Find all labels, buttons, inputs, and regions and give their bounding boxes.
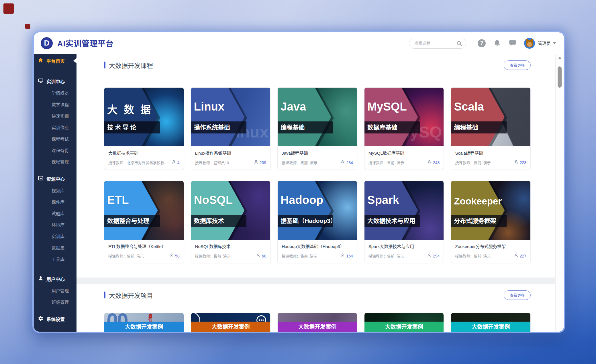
course-image-subtitle: 据基础（Hadoop3） (278, 215, 333, 227)
course-card[interactable]: MySQ MySQL 数据库基础 MySQL数据库基础 授课教师：售前_演示 2… (364, 87, 444, 170)
desktop-red-tile (3, 3, 14, 14)
sidebar-item[interactable]: 用户管理 (34, 285, 77, 297)
sidebar-section-3[interactable]: 用户中心 (34, 273, 77, 285)
user-name[interactable]: 管理员 (538, 40, 551, 46)
bell-icon[interactable] (493, 39, 501, 47)
avatar[interactable] (524, 38, 535, 49)
scrollbar[interactable] (555, 54, 564, 332)
course-name: Hadoop大数据基础（Hadoop3） (282, 243, 353, 249)
arrow-shape (451, 181, 505, 240)
project-card[interactable]: 大数据开发案例 (364, 313, 444, 332)
project-banner: 大数据开发案例 (278, 322, 357, 332)
arrow-shape (278, 88, 331, 146)
course-card[interactable]: inux Linux 操作系统基础 Linux操作系统基础 授课教师：管理员10… (191, 87, 271, 170)
sidebar-item[interactable]: 课程考试 (34, 133, 77, 145)
course-card[interactable]: Hadoop 据基础（Hadoop3） Hadoop大数据基础（Hadoop3）… (277, 181, 357, 263)
person-count-icon (256, 253, 261, 259)
project-card[interactable]: 大数据开发案例 (277, 313, 357, 332)
sidebar-item[interactable]: 学情概览 (34, 88, 77, 99)
scrollbar-up-arrow[interactable] (558, 57, 562, 59)
sidebar-section-label: 资源中心 (46, 175, 65, 182)
sidebar-item[interactable]: 课程管理 (34, 156, 77, 168)
project-card-image: 大数据开发案例 (278, 313, 357, 332)
sidebar-item[interactable]: 环境库 (34, 219, 77, 231)
person-count-icon (514, 253, 519, 259)
enrollment-number: 243 (433, 160, 440, 165)
sidebar-item[interactable]: 实训库 (34, 231, 77, 242)
sidebar-item[interactable]: 快速实训 (34, 111, 77, 122)
view-more-button[interactable]: 查看更多 (504, 60, 531, 70)
course-card-info: Scala编程基础 授课教师：售前_演示 228 (451, 146, 530, 170)
person-count-icon (169, 253, 174, 259)
sidebar-item[interactable]: 班级管理 (34, 297, 77, 308)
sidebar-item[interactable]: 数据集 (34, 242, 77, 254)
chevron-down-icon[interactable] (553, 42, 556, 44)
search-icon[interactable] (456, 40, 462, 47)
enrollment-number: 227 (520, 254, 526, 258)
home-icon (38, 57, 44, 64)
course-image-title: Zookeeper (454, 196, 502, 207)
enrollment-count: 60 (256, 253, 266, 259)
arrow-shape (364, 88, 418, 146)
enrollment-number: 4 (177, 160, 180, 165)
sidebar-section-4[interactable]: 系统设置 (34, 313, 77, 325)
course-name: NoSQL数据库技术 (195, 243, 266, 249)
course-card[interactable]: Zookeeper 分布式服务框架 Zookeeper分布式服务框架 授课教师：… (451, 181, 531, 263)
project-card-image: ••• 大数据开发案例 (191, 313, 270, 332)
course-card-info: Java编程基础 授课教师：售前_演示 234 (278, 146, 357, 170)
course-teacher: 授课教师：售前_演示 (368, 253, 425, 259)
course-card-info: Zookeeper分布式服务框架 授课教师：售前_演示 227 (451, 240, 530, 263)
gear-icon (38, 316, 44, 322)
course-card[interactable]: 大 数 据 技 术 导 论 大数据技术基础 授课教师：北京市对外贸易学校教...… (104, 87, 184, 170)
project-banner: 大数据开发案例 (104, 322, 184, 332)
project-card[interactable]: 大数据开发案例 (451, 313, 531, 332)
view-more-button[interactable]: 查看更多 (504, 290, 531, 300)
sidebar-item[interactable]: 课件库 (34, 196, 77, 208)
sidebar-item[interactable]: 课程备份 (34, 145, 77, 156)
arrow-shape (364, 181, 418, 240)
course-card[interactable]: Spark 大数据技术与应用 Spark大数据技术与应用 授课教师：售前_演示 … (364, 181, 444, 263)
course-card[interactable]: NoSQL 数据库技术 NoSQL数据库技术 授课教师：售前_演示 60 (191, 181, 271, 263)
chat-icon[interactable] (509, 39, 517, 47)
scrollbar-thumb[interactable] (558, 66, 562, 88)
person-count-icon (254, 160, 258, 166)
project-card[interactable]: ••• 大数据开发案例 (191, 313, 271, 332)
monitor-icon (38, 78, 44, 85)
course-card-image: ETL 数据整合与处理 (104, 181, 184, 240)
enrollment-number: 239 (260, 160, 266, 165)
enrollment-count: 294 (427, 253, 440, 259)
course-card[interactable]: ETL 数据整合与处理 ETL数据整合与处理（Kettle） 授课教师：售前_演… (104, 181, 184, 263)
course-name: MySQL数据库基础 (368, 150, 440, 156)
section-separator (77, 278, 564, 284)
course-image-title: ETL (107, 194, 129, 206)
sidebar-item-home[interactable]: 平台首页 (34, 54, 77, 68)
project-banner: 大数据开发案例 (451, 322, 530, 332)
search-box[interactable] (409, 38, 466, 49)
course-teacher: 授课教师：北京市对外贸易学校教... (108, 160, 169, 165)
sidebar-item[interactable]: 试题库 (34, 208, 77, 219)
sidebar-item[interactable]: 工具库 (34, 254, 77, 265)
enrollment-count: 58 (169, 253, 180, 259)
desktop: { "header": { "app_title": "AI实训管理平台", "… (0, 0, 596, 364)
course-teacher: 授课教师：售前_演示 (108, 253, 167, 259)
course-teacher: 授课教师：售前_演示 (282, 253, 338, 259)
enrollment-count: 228 (514, 160, 526, 166)
sidebar-section-2[interactable]: 资源中心 (34, 172, 77, 185)
course-image-title: Hadoop (281, 194, 323, 206)
arrow-shape (191, 181, 245, 240)
sidebar-item[interactable]: 视频库 (34, 185, 77, 196)
sidebar-section-label: 实训中心 (46, 78, 65, 85)
app-header: D AI实训管理平台 ? (34, 32, 564, 54)
course-card[interactable]: Java 编程基础 Java编程基础 授课教师：售前_演示 234 (277, 87, 357, 170)
course-image-subtitle: 分布式服务框架 (451, 215, 507, 227)
course-teacher: 授课教师：售前_演示 (455, 160, 511, 165)
section-title: 大数据开发课程 (109, 60, 153, 70)
sidebar-section-1[interactable]: 实训中心 (34, 75, 77, 88)
sidebar-item[interactable]: 教学课程 (34, 99, 77, 111)
app-logo-icon: D (41, 37, 53, 49)
help-icon[interactable]: ? (478, 39, 486, 47)
project-card[interactable]: 00 壹佰 大数据开发案例 (104, 313, 184, 332)
sidebar-item[interactable]: 实训作业 (34, 122, 77, 133)
active-item-notch (73, 58, 77, 63)
course-card[interactable]: Scala 编程基础 Scala编程基础 授课教师：售前_演示 228 (451, 87, 531, 170)
